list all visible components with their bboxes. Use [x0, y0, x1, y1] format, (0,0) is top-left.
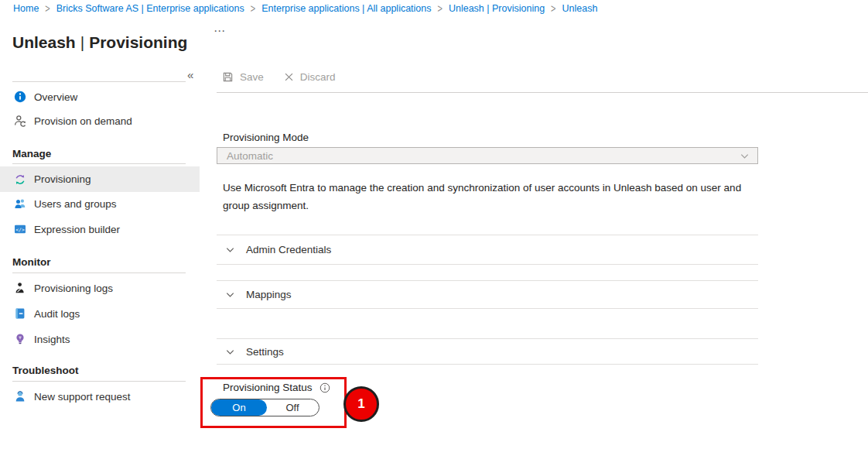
provisioning-status-toggle[interactable]: On Off [210, 399, 320, 416]
sidebar-item-users-and-groups[interactable]: Users and groups [0, 192, 200, 215]
discard-button[interactable]: Discard [284, 71, 336, 83]
sidebar-item-new-support-request[interactable]: New support request [0, 385, 200, 408]
breadcrumb: Home > Bricks Software AS | Enterprise a… [13, 3, 597, 14]
sidebar-item-label: Provision on demand [34, 115, 132, 127]
provisioning-mode-label: Provisioning Mode [223, 132, 309, 143]
page-title-app: Unleash [12, 33, 76, 51]
sidebar-item-insights[interactable]: Insights [0, 327, 200, 351]
person-sync-icon [14, 115, 26, 127]
sidebar-item-label: Expression builder [34, 224, 120, 235]
section-label: Admin Credentials [246, 244, 331, 255]
sidebar-item-label: Users and groups [34, 198, 117, 210]
chevron-down-icon [739, 150, 750, 162]
sidebar-item-overview[interactable]: Overview [0, 85, 200, 108]
breadcrumb-separator: > [45, 3, 50, 15]
lightbulb-icon [14, 333, 26, 345]
chevron-down-icon [224, 289, 236, 300]
sidebar-collapse-icon[interactable]: « [187, 68, 193, 81]
sidebar-item-audit-logs[interactable]: Audit logs [0, 302, 200, 325]
breadcrumb-home[interactable]: Home [13, 3, 39, 14]
page-title-separator: | [76, 33, 89, 51]
discard-label: Discard [300, 71, 336, 83]
people-icon [14, 197, 26, 210]
section-admin-credentials[interactable]: Admin Credentials [217, 235, 758, 265]
audit-book-icon [14, 307, 26, 320]
sync-circle-icon [14, 173, 26, 186]
section-settings[interactable]: Settings [217, 338, 758, 365]
code-icon: </> [14, 223, 26, 235]
sidebar-item-label: Provisioning [34, 173, 91, 185]
sidebar-group-divider [12, 272, 186, 273]
command-bar: Save Discard [222, 71, 336, 83]
provisioning-status-label: Provisioning Status [223, 382, 313, 393]
breadcrumb-separator: > [551, 3, 555, 15]
annotation-step-badge: 1 [343, 386, 379, 422]
sidebar-item-label: Audit logs [34, 308, 80, 320]
provisioning-mode-value: Automatic [217, 150, 739, 162]
support-person-icon [14, 390, 26, 403]
sidebar-item-provision-on-demand[interactable]: Provision on demand [0, 109, 200, 132]
sidebar-group-manage: Manage [12, 148, 51, 159]
annotation-step-number: 1 [357, 396, 364, 412]
info-circle-icon[interactable] [320, 382, 330, 393]
sidebar-group-troubleshoot: Troubleshoot [12, 365, 79, 376]
toggle-off-button[interactable]: Off [267, 399, 318, 416]
person-log-icon [14, 282, 26, 294]
page-title-blade: Provisioning [89, 33, 187, 51]
page-title: Unleash|Provisioning [12, 33, 187, 52]
sidebar-item-label: Insights [34, 334, 70, 345]
sidebar-item-provisioning-logs[interactable]: Provisioning logs [0, 276, 200, 300]
provisioning-status-row: Provisioning Status [223, 382, 330, 393]
breadcrumb-enterprise-applications[interactable]: Bricks Software AS | Enterprise applicat… [56, 3, 244, 14]
more-menu-button[interactable]: ⋯ [214, 24, 227, 38]
breadcrumb-separator: > [251, 3, 255, 15]
provisioning-mode-dropdown[interactable]: Automatic [217, 147, 758, 164]
breadcrumb-unleash[interactable]: Unleash [562, 3, 598, 14]
sidebar-item-provisioning[interactable]: Provisioning [0, 166, 200, 192]
section-mappings[interactable]: Mappings [217, 280, 758, 309]
sidebar-item-label: Overview [34, 91, 77, 103]
provisioning-mode-description: Use Microsoft Entra to manage the creati… [223, 179, 764, 214]
sidebar-top-divider [12, 81, 186, 82]
save-button[interactable]: Save [222, 71, 264, 83]
sidebar-item-expression-builder[interactable]: </> Expression builder [0, 218, 200, 241]
save-label: Save [240, 71, 264, 83]
toolbar-divider [217, 92, 868, 93]
svg-text:</>: </> [15, 227, 25, 232]
section-label: Settings [246, 346, 284, 358]
sidebar-group-monitor: Monitor [12, 256, 51, 268]
sidebar-group-divider [12, 381, 186, 382]
close-icon [284, 72, 294, 82]
info-icon [14, 91, 26, 103]
section-label: Mappings [246, 289, 292, 300]
sidebar-item-label: New support request [34, 391, 131, 403]
chevron-down-icon [224, 244, 236, 255]
chevron-down-icon [224, 346, 236, 358]
sidebar-item-label: Provisioning logs [34, 283, 113, 294]
breadcrumb-all-applications[interactable]: Enterprise applications | All applicatio… [261, 3, 431, 14]
save-icon [222, 71, 234, 83]
sidebar-group-divider [12, 163, 186, 164]
breadcrumb-separator: > [438, 3, 443, 15]
toggle-on-button[interactable]: On [211, 399, 267, 416]
breadcrumb-unleash-provisioning[interactable]: Unleash | Provisioning [449, 3, 545, 14]
